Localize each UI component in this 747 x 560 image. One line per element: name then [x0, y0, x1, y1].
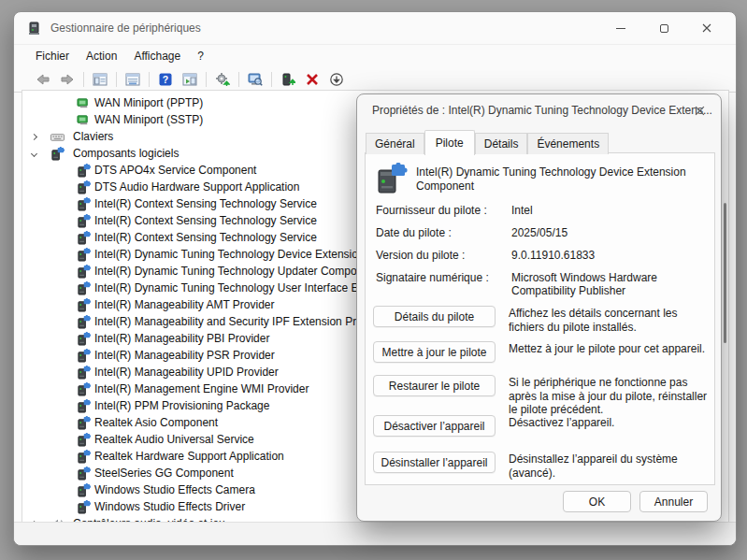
properties-icon[interactable] — [121, 69, 145, 90]
tree-item-label: Realtek Asio Component — [94, 416, 218, 429]
tree-item-label: Realtek Audio Universal Service — [94, 433, 254, 446]
close-button[interactable] — [685, 12, 728, 44]
software-component-icon — [77, 450, 91, 464]
keyboard-icon — [50, 130, 65, 144]
field-value: 2025/05/15 — [511, 226, 703, 239]
toolbar-separator — [149, 72, 150, 87]
uninstall-device-button-description: Désinstallez l’appareil du système (avan… — [509, 452, 708, 480]
status-bar — [14, 522, 736, 545]
tab-general[interactable]: Général — [366, 133, 424, 154]
software-component-icon — [77, 231, 91, 245]
software-component-icon — [77, 197, 91, 211]
menu-affichage[interactable]: Affichage — [125, 47, 189, 65]
tree-item-label: Windows Studio Effects Driver — [94, 500, 245, 513]
tree-item-label: Intel(R) Dynamic Tuning Technology Devic… — [94, 248, 365, 261]
maximize-button[interactable] — [642, 12, 685, 44]
software-component-icon — [77, 483, 91, 497]
tree-item-label: SteelSeries GG Component — [94, 467, 234, 480]
tree-item-label: Intel(R) Context Sensing Technology Serv… — [94, 197, 317, 210]
update-driver-button-description: Mettez à jour le pilote pour cet apparei… — [509, 342, 708, 356]
tree-item-label: DTS APO4x Service Component — [94, 164, 256, 177]
forward-icon[interactable] — [55, 69, 79, 90]
tree-item-label: WAN Miniport (PPTP) — [94, 96, 203, 109]
software-component-icon — [77, 382, 91, 396]
toolbar-separator — [206, 72, 207, 87]
dialog-tabs: GénéralPiloteDétailsÉvénements — [366, 131, 609, 154]
tab-evenements[interactable]: Événements — [527, 133, 609, 154]
uninstall-device-icon[interactable] — [300, 69, 324, 90]
minimize-button[interactable] — [599, 12, 642, 44]
field-value: Intel — [511, 204, 703, 217]
field-label: Signataire numérique : — [376, 271, 511, 284]
field-label: Date du pilote : — [376, 226, 511, 239]
help-icon[interactable]: ? — [153, 69, 178, 90]
chevron-down-icon[interactable] — [28, 151, 39, 156]
update-driver-icon[interactable] — [210, 69, 235, 90]
back-icon[interactable] — [31, 69, 55, 90]
disable-device-icon[interactable] — [324, 69, 349, 90]
show-console-tree-icon[interactable] — [88, 69, 112, 90]
menu-fichier[interactable]: Fichier — [27, 47, 78, 65]
software-component-icon — [77, 366, 91, 380]
tree-item-label: Intel(R) Manageability and Security IPF … — [94, 315, 368, 328]
tree-item-label: Intel(R) Manageability PSR Provider — [94, 349, 275, 362]
chevron-right-icon[interactable] — [28, 135, 39, 139]
tree-scrollbar[interactable] — [724, 203, 726, 343]
ok-button[interactable]: OK — [563, 491, 631, 512]
device-name: Intel(R) Dynamic Tuning Technology Devic… — [416, 165, 697, 194]
disable-device-button[interactable]: Désactiver l’appareil — [373, 415, 496, 437]
driver-details-button[interactable]: Détails du pilote — [373, 306, 496, 327]
software-component-icon — [77, 298, 91, 312]
tree-item-label: Intel(R) Context Sensing Technology Serv… — [94, 231, 317, 244]
menu-action[interactable]: Action — [78, 47, 125, 65]
software-component-icon — [77, 214, 91, 228]
software-component-icon — [77, 349, 91, 363]
uninstall-device-button[interactable]: Désinstaller l’appareil — [373, 452, 496, 473]
dialog-title-bar: Propriétés de : Intel(R) Dynamic Tuning … — [357, 94, 721, 126]
tree-item-label: Claviers — [73, 130, 113, 143]
dialog-title: Propriétés de : Intel(R) Dynamic Tuning … — [372, 104, 712, 117]
tab-pilote[interactable]: Pilote — [424, 130, 475, 155]
field-label: Fournisseur du pilote : — [376, 204, 511, 217]
device-properties-dialog: Propriétés de : Intel(R) Dynamic Tuning … — [356, 93, 722, 522]
software-component-icon — [77, 467, 91, 481]
cancel-button[interactable]: Annuler — [639, 491, 708, 512]
software-component-icon — [50, 147, 65, 161]
field-label: Version du pilote : — [376, 249, 511, 262]
svg-text:?: ? — [163, 74, 168, 85]
update-driver-software-icon[interactable] — [276, 69, 300, 90]
software-component-icon — [77, 265, 91, 279]
field-value: 9.0.11910.61833 — [511, 249, 703, 262]
tree-item-label: Intel(R) Dynamic Tuning Technology User … — [94, 281, 365, 294]
tree-item-label: Composants logiciels — [73, 147, 179, 160]
update-driver-button[interactable]: Mettre à jour le pilote — [373, 341, 496, 363]
software-component-icon — [77, 180, 91, 194]
menu-help[interactable]: ? — [189, 47, 212, 65]
tree-item-label: Intel(R) Manageability PBI Provider — [94, 332, 269, 345]
software-component-icon — [77, 248, 91, 262]
tree-item-label: Intel(R) Context Sensing Technology Serv… — [94, 214, 317, 227]
software-component-icon — [77, 164, 91, 178]
toolbar-separator — [83, 72, 84, 87]
tree-item-label: Intel(R) Dynamic Tuning Technology Updat… — [94, 265, 363, 278]
toolbar-separator — [271, 72, 272, 87]
device-manager-app-icon — [27, 21, 42, 36]
tree-item-label: Windows Studio Effects Camera — [94, 483, 255, 496]
dialog-close-icon[interactable] — [683, 97, 715, 123]
roll-back-driver-button-description: Si le périphérique ne fonctionne pas apr… — [509, 376, 708, 417]
driver-details-button-description: Affichez les détails concernant les fich… — [509, 307, 708, 334]
menu-bar: FichierActionAffichage? — [14, 44, 736, 66]
scan-hardware-changes-icon[interactable] — [243, 69, 267, 90]
tree-item-label: DTS Audio Hardware Support Application — [94, 180, 299, 194]
software-component-icon — [77, 332, 91, 346]
software-component-icon — [77, 416, 91, 430]
software-component-icon — [77, 315, 91, 329]
toolbar-separator — [116, 72, 117, 87]
tree-item-label: Intel(R) Management Engine WMI Provider — [94, 382, 309, 395]
show-action-pane-icon[interactable] — [178, 69, 202, 90]
driver-tab-page: Intel(R) Dynamic Tuning Technology Devic… — [365, 152, 715, 485]
window-title: Gestionnaire de périphériques — [50, 22, 201, 35]
tab-details[interactable]: Détails — [475, 133, 528, 154]
roll-back-driver-button[interactable]: Restaurer le pilote — [373, 375, 496, 396]
network-adapter-icon — [77, 113, 91, 127]
